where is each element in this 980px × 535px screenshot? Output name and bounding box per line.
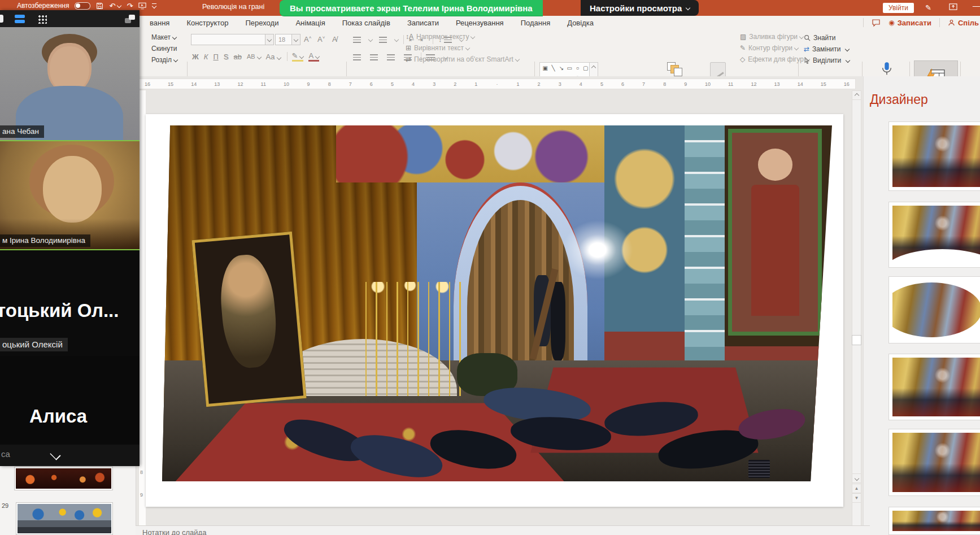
participant-display-name: тоцький Ол... <box>0 300 119 321</box>
change-case-button[interactable]: Aa <box>266 53 281 61</box>
screen: Автозбереження ↶ ↷ Революція на грані Ув… <box>0 0 980 535</box>
autosave-toggle[interactable] <box>75 2 90 10</box>
save-icon[interactable] <box>96 2 103 10</box>
draw-pen-icon[interactable]: ✎ <box>925 3 931 12</box>
highlight-color-button[interactable]: ✎ <box>292 51 304 62</box>
speaker-view-icon[interactable] <box>15 15 25 23</box>
screen-share-banner: Вы просматриваете экран Телелим Ірина Во… <box>280 0 543 16</box>
share-button[interactable]: Спіль <box>948 19 979 27</box>
slide-number: 29 <box>2 502 8 509</box>
undo-icon[interactable]: ↶ <box>109 2 121 10</box>
notes-bar[interactable]: Нотатки до слайда <box>136 525 870 535</box>
previous-slide-button[interactable]: ▲ <box>852 484 861 493</box>
scroll-down-button[interactable] <box>852 473 861 483</box>
participant-name-partial: са <box>1 449 10 459</box>
design-suggestion-card[interactable] <box>888 507 980 535</box>
tab-drawing-partial[interactable]: вання <box>150 19 169 27</box>
reset-button[interactable]: Скинути <box>151 45 177 53</box>
shape-fill-button[interactable]: ▨Заливка фігури <box>740 33 803 41</box>
strikethrough-button[interactable]: ab <box>233 53 241 61</box>
smartart-convert-button[interactable]: ⇄Перетворити на об'єкт SmartArt <box>406 55 519 63</box>
tabrow-right-cluster: ◉ Записати Спіль <box>863 16 980 29</box>
align-center-icon[interactable] <box>370 54 378 60</box>
tab-review[interactable]: Рецензування <box>456 19 504 27</box>
align-left-icon[interactable] <box>353 54 361 60</box>
bold-button[interactable]: Ж <box>192 53 199 61</box>
next-slide-button[interactable]: ▼ <box>852 493 861 503</box>
tab-slideshow[interactable]: Показ слайдів <box>342 19 390 27</box>
section-button[interactable]: Розділ <box>151 56 177 64</box>
qat-overflow-icon[interactable] <box>152 3 156 8</box>
participant-name: оцький Олексій <box>0 338 68 351</box>
ribbon: Макет Скинути Розділ 18 A˄ A˅ A̸ Ж К П S… <box>0 29 980 77</box>
font-toggle-row: Ж К П S ab АВ Aa ✎ А <box>192 51 324 62</box>
avatar <box>50 46 89 92</box>
ribbon-tabs: вання Конструктор Переходи Анімація Пока… <box>150 16 594 29</box>
tab-record[interactable]: Записати <box>407 19 439 27</box>
comments-icon[interactable] <box>872 19 881 27</box>
design-suggestion-card[interactable] <box>888 202 980 268</box>
view-settings-button[interactable]: Настройки просмотра <box>581 0 699 16</box>
tab-animations[interactable]: Анімація <box>295 19 325 27</box>
clear-formatting-icon[interactable]: A̸ <box>332 35 337 44</box>
record-icon: ◉ <box>888 19 894 27</box>
sign-in-button[interactable]: Увійти <box>883 3 914 13</box>
shape-outline-button[interactable]: ✎Контур фігури <box>740 44 798 52</box>
bullets-icon[interactable] <box>353 37 361 43</box>
layout-button[interactable]: Макет <box>151 33 176 41</box>
font-name-combo[interactable] <box>191 34 274 45</box>
scrollbar-thumb[interactable] <box>852 335 861 345</box>
slide-thumbnail[interactable] <box>16 502 113 535</box>
find-button[interactable]: Знайти <box>804 34 835 42</box>
video-tile-participant-4[interactable]: Алиса <box>0 356 140 445</box>
video-tile-participant-3[interactable]: тоцький Ол... оцький Олексій <box>0 250 140 356</box>
tab-design[interactable]: Конструктор <box>186 19 228 27</box>
text-shadow-button[interactable]: S <box>224 53 229 61</box>
design-suggestion-card[interactable] <box>888 429 980 496</box>
replace-button[interactable]: ⇄ Замінити <box>804 45 849 53</box>
char-spacing-button[interactable]: АВ <box>247 53 261 60</box>
underline-button[interactable]: П <box>213 53 218 61</box>
shrink-font-icon[interactable]: A˅ <box>317 35 325 44</box>
slide-photo[interactable] <box>162 125 832 481</box>
partial-icon <box>0 15 3 23</box>
slide-scrollbar-track[interactable] <box>852 90 861 527</box>
video-tile-participant-1[interactable]: ана Чебан <box>0 27 140 140</box>
gallery-view-icon[interactable] <box>37 14 47 24</box>
font-size-combo[interactable]: 18 <box>275 34 300 45</box>
microphone-icon <box>881 61 893 78</box>
slideshow-icon[interactable] <box>138 2 146 10</box>
numbering-icon[interactable] <box>379 37 387 43</box>
record-button[interactable]: ◉ Записати <box>888 19 931 27</box>
tab-transitions[interactable]: Переходи <box>246 19 279 27</box>
tab-view[interactable]: Подання <box>521 19 551 27</box>
text-direction-button[interactable]: ↕AНапрямок тексту <box>406 33 474 41</box>
align-right-icon[interactable] <box>387 54 395 60</box>
collapse-panel-chevron[interactable] <box>50 450 62 457</box>
notes-label: Нотатки до слайда <box>142 528 206 535</box>
minimize-video-icon[interactable] <box>125 15 135 23</box>
tab-help[interactable]: Довідка <box>567 19 594 27</box>
grow-font-icon[interactable]: A˄ <box>304 35 311 44</box>
zoom-video-panel: ана Чебан м Ірина Володимирівна тоцький … <box>0 10 140 466</box>
video-tile-active-speaker[interactable]: м Ірина Володимирівна <box>0 140 140 250</box>
scroll-up-button[interactable] <box>852 90 861 100</box>
redo-icon[interactable]: ↷ <box>127 2 133 10</box>
minimize-icon[interactable]: — <box>973 2 980 10</box>
document-title: Революція на грані <box>202 3 264 11</box>
slide-thumbnail[interactable] <box>14 467 113 490</box>
participant-display-name: Алиса <box>29 406 87 427</box>
presenter-window-icon[interactable] <box>949 3 957 11</box>
font-color-button[interactable]: А <box>308 51 319 62</box>
design-suggestion-card[interactable] <box>888 354 980 420</box>
zoom-panel-footer: са <box>0 445 140 466</box>
shape-effects-button[interactable]: ◇Ефекти для фігур <box>740 55 809 63</box>
photo-dark-bars <box>748 460 770 478</box>
quick-styles-icon <box>710 62 726 77</box>
italic-button[interactable]: К <box>204 53 208 61</box>
design-suggestion-card[interactable] <box>888 276 980 343</box>
design-suggestion-card[interactable] <box>888 121 980 191</box>
align-text-button[interactable]: ⊞Вирівняти текст <box>406 44 469 52</box>
select-button[interactable]: Виділити <box>804 56 850 64</box>
participant-name: м Ірина Володимирівна <box>0 234 90 247</box>
